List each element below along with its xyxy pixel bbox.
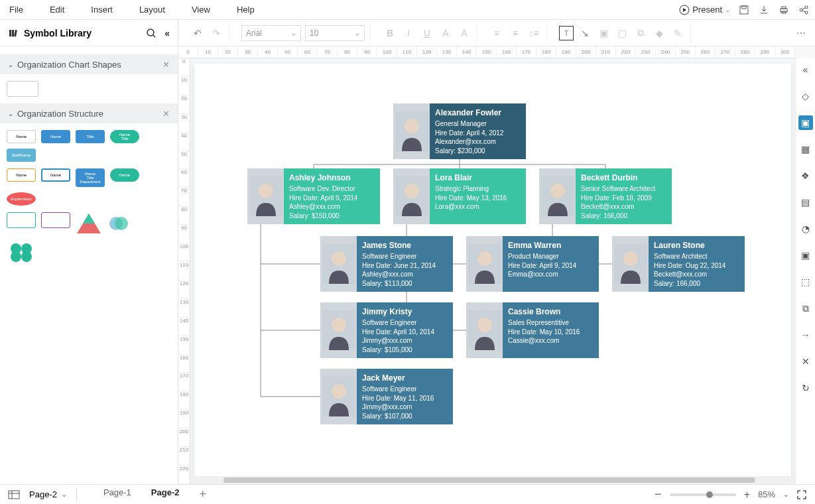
underline-icon[interactable]: U [420,26,434,40]
org-node[interactable]: Ashley JohnsonSoftware Dev. DirectorHire… [247,168,380,224]
node-hire: Hire Date: April 10, 2014 [362,328,448,337]
shape-venn[interactable] [107,212,130,235]
org-structure-body: Name Name Title NameTitle StaffName Name… [0,123,178,271]
group-icon[interactable]: ⧉ [633,26,648,40]
history-icon[interactable]: ↻ [798,381,813,395]
arrange-icon[interactable]: ⬚ [798,275,813,289]
svg-point-20 [405,119,419,133]
ruler-horizontal: 0102030405060708090100110120130140150160… [178,46,795,58]
menu-view[interactable]: View [188,2,214,17]
shape-title-blue[interactable]: Title [76,130,105,143]
zoom-in-button[interactable]: + [744,489,750,501]
section-org-shapes[interactable]: ⌄Organization Chart Shapes ✕ [0,54,178,74]
theme-icon[interactable]: ◇ [798,89,813,103]
node-email: Alexander@xxx.com [435,137,521,147]
shape-staffname[interactable]: StaffName [7,149,36,162]
shuffle-icon[interactable]: ✕ [798,354,813,369]
node-info: Ashley JohnsonSoftware Dev. DirectorHire… [284,168,380,224]
zoom-out-button[interactable]: − [655,487,662,501]
canvas[interactable]: Alexander FowlerGeneral ManagerHire Date… [190,58,795,484]
download-icon[interactable] [758,4,770,16]
svg-point-26 [550,184,565,198]
org-node[interactable]: Alexander FowlerGeneral ManagerHire Date… [393,103,526,159]
link-icon[interactable]: → [798,328,813,342]
outline-icon[interactable] [8,490,20,499]
font-color-icon[interactable]: A [438,26,453,40]
align-vertical-icon[interactable]: ≡ [508,26,523,40]
horizontal-scrollbar[interactable] [190,476,795,484]
page-tab-1[interactable]: Page-1 [99,485,135,504]
connector-icon[interactable]: ↘ [578,26,592,40]
duplicate-icon[interactable]: ⧉ [798,301,813,316]
data-icon[interactable]: ◔ [798,221,813,236]
shape-name-orange[interactable]: Name [7,168,36,182]
text-tool-icon[interactable]: T [559,26,574,40]
node-salary: Salary: $107,000 [362,412,448,421]
org-node[interactable]: Jack MeyerSoftware EngineerHire Date: Ma… [320,369,453,424]
fullscreen-icon[interactable] [796,489,807,500]
org-node[interactable]: Lora BlairStrategic PlanningHire Date: M… [393,168,526,224]
shape-table-green[interactable] [7,212,36,228]
org-node[interactable]: Emma WarrenProduct ManagerHire Date: Apr… [466,236,599,292]
page-dropdown[interactable]: Page-2 ⌄ [29,489,67,499]
shape-name-title-green[interactable]: NameTitle [110,130,139,143]
menu-insert[interactable]: Insert [87,2,117,17]
org-node[interactable]: James StoneSoftware EngineerHire Date: J… [320,236,453,292]
shape-name-green-pill[interactable]: Name [110,168,139,182]
font-select[interactable]: Arial⌄ [241,25,301,41]
page-tab-2[interactable]: Page-2 [147,485,184,504]
line-spacing-icon[interactable]: ↕≡ [527,26,541,40]
node-title: General Manager [435,119,521,129]
share-icon[interactable] [798,4,810,16]
menu-edit[interactable]: Edit [46,2,68,17]
shape-card-template[interactable] [7,81,38,97]
org-node[interactable]: Cassie BrownSales RepresentitiveHire Dat… [466,302,599,358]
fill-icon[interactable]: ◆ [652,26,666,40]
search-icon[interactable] [146,28,157,38]
image-icon[interactable]: ▣ [798,248,813,263]
align-left-icon[interactable]: ≡ [489,26,504,40]
shape-name-blue[interactable]: Name [41,130,70,143]
menu-file[interactable]: File [5,2,27,17]
node-title: Software Architect [654,252,739,261]
menu-help[interactable]: Help [233,2,259,17]
zoom-slider[interactable] [670,493,736,496]
org-node[interactable]: Jimmy KristySoftware EngineerHire Date: … [320,302,453,358]
shape-dept-blue[interactable]: NameTitleDepartment [76,168,105,187]
print-icon[interactable] [778,4,790,16]
font-size-select[interactable]: 10⌄ [305,25,365,41]
node-name: Cassie Brown [508,306,594,317]
line-style-icon[interactable]: ✎ [670,26,685,40]
add-page-button[interactable]: + [195,485,210,504]
style-icon[interactable]: ▣ [798,115,813,130]
shape-pyramid[interactable] [76,212,102,235]
shape-table-purple[interactable] [41,212,70,228]
org-node[interactable]: Beckett DurbinSenior Software ArchitectH… [539,168,672,224]
collapse-sidebar-icon[interactable]: « [164,28,170,38]
save-icon[interactable] [738,4,750,16]
grid-icon[interactable]: ▦ [798,142,813,157]
section-org-structure[interactable]: ⌄Organization Structure ✕ [0,103,178,123]
undo-icon[interactable]: ↶ [190,26,205,40]
close-section-icon[interactable]: ✕ [162,109,170,119]
arrange-back-icon[interactable]: ▢ [615,26,629,40]
more-icon[interactable]: ⋯ [794,26,808,40]
arrange-front-icon[interactable]: ▣ [596,26,611,40]
expand-right-panel-icon[interactable]: « [798,62,813,77]
node-salary: Salary: $230,000 [435,147,521,156]
org-node[interactable]: Lauren StoneSoftware ArchitectHire Date:… [612,236,745,292]
redo-icon[interactable]: ↷ [209,26,223,40]
layers-icon[interactable]: ❖ [798,168,813,183]
comment-icon[interactable]: ▤ [798,195,813,210]
italic-icon[interactable]: I [401,26,416,40]
page-canvas[interactable]: Alexander FowlerGeneral ManagerHire Date… [194,64,791,484]
shape-name-outline[interactable]: Name [41,168,70,182]
menu-layout[interactable]: Layout [135,2,169,17]
shape-explanation-oval[interactable]: Explanation [7,192,36,206]
close-section-icon[interactable]: ✕ [162,60,170,70]
bold-icon[interactable]: B [383,26,397,40]
shape-name-box[interactable]: Name [7,130,36,143]
present-button[interactable]: Present ⌄ [679,5,730,15]
shape-clover[interactable] [7,241,36,264]
highlight-icon[interactable]: A [457,26,471,40]
